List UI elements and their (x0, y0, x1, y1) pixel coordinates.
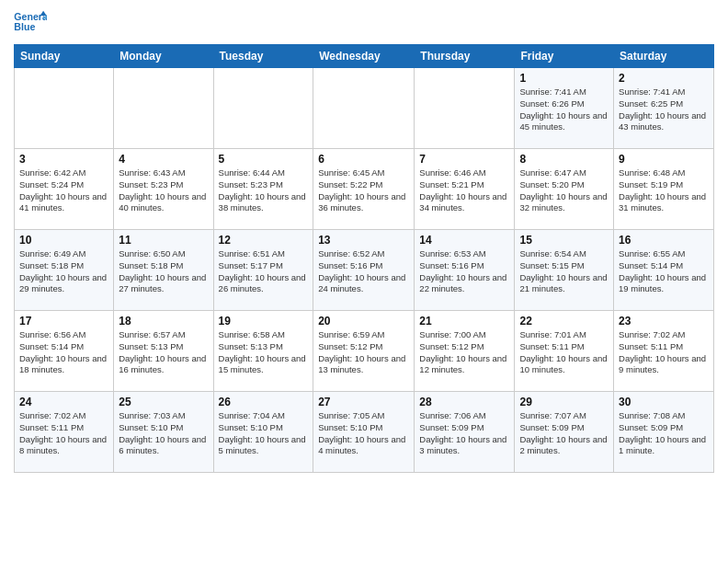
calendar-cell: 13Sunrise: 6:52 AM Sunset: 5:16 PM Dayli… (313, 230, 415, 311)
day-number: 24 (19, 396, 108, 408)
day-header-wednesday: Wednesday (313, 45, 415, 68)
cell-content: Sunrise: 6:48 AM Sunset: 5:19 PM Dayligh… (619, 167, 709, 214)
day-number: 23 (619, 315, 709, 327)
day-header-friday: Friday (515, 45, 614, 68)
day-header-sunday: Sunday (15, 45, 114, 68)
day-number: 14 (419, 234, 509, 247)
calendar-cell: 12Sunrise: 6:51 AM Sunset: 5:17 PM Dayli… (213, 230, 313, 311)
calendar-header: SundayMondayTuesdayWednesdayThursdayFrid… (15, 45, 714, 68)
cell-content: Sunrise: 7:41 AM Sunset: 6:25 PM Dayligh… (619, 86, 709, 133)
cell-content: Sunrise: 7:06 AM Sunset: 5:09 PM Dayligh… (419, 410, 509, 457)
cell-content: Sunrise: 6:43 AM Sunset: 5:23 PM Dayligh… (119, 167, 208, 214)
cell-content: Sunrise: 7:03 AM Sunset: 5:10 PM Dayligh… (119, 410, 208, 457)
calendar-cell (114, 68, 213, 149)
day-header-tuesday: Tuesday (213, 45, 313, 68)
calendar-cell: 2Sunrise: 7:41 AM Sunset: 6:25 PM Daylig… (614, 68, 714, 149)
cell-content: Sunrise: 7:01 AM Sunset: 5:11 PM Dayligh… (519, 329, 609, 376)
calendar-cell: 26Sunrise: 7:04 AM Sunset: 5:10 PM Dayli… (213, 392, 313, 473)
day-number: 30 (619, 396, 709, 408)
day-number: 11 (119, 234, 208, 247)
day-number: 18 (119, 315, 208, 327)
day-number: 5 (219, 153, 309, 166)
cell-content: Sunrise: 7:07 AM Sunset: 5:09 PM Dayligh… (519, 410, 609, 457)
day-header-saturday: Saturday (614, 45, 714, 68)
day-number: 7 (419, 153, 509, 166)
calendar-cell: 18Sunrise: 6:57 AM Sunset: 5:13 PM Dayli… (114, 311, 213, 392)
calendar-cell: 30Sunrise: 7:08 AM Sunset: 5:09 PM Dayli… (614, 392, 714, 473)
calendar-cell: 15Sunrise: 6:54 AM Sunset: 5:15 PM Dayli… (515, 230, 614, 311)
calendar-cell: 20Sunrise: 6:59 AM Sunset: 5:12 PM Dayli… (313, 311, 415, 392)
calendar-cell: 24Sunrise: 7:02 AM Sunset: 5:11 PM Dayli… (15, 392, 114, 473)
day-number: 17 (19, 315, 108, 327)
logo-icon: General Blue (14, 9, 47, 37)
page: General Blue SundayMondayTuesdayWednesda… (0, 0, 728, 482)
day-header-thursday: Thursday (415, 45, 515, 68)
calendar-cell (15, 68, 114, 149)
calendar-cell: 10Sunrise: 6:49 AM Sunset: 5:18 PM Dayli… (15, 230, 114, 311)
calendar-cell: 6Sunrise: 6:45 AM Sunset: 5:22 PM Daylig… (313, 149, 415, 230)
calendar: SundayMondayTuesdayWednesdayThursdayFrid… (14, 44, 714, 473)
cell-content: Sunrise: 7:04 AM Sunset: 5:10 PM Dayligh… (219, 410, 309, 457)
day-number: 3 (19, 153, 108, 166)
calendar-cell: 16Sunrise: 6:55 AM Sunset: 5:14 PM Dayli… (614, 230, 714, 311)
calendar-cell (213, 68, 313, 149)
day-number: 29 (519, 396, 609, 408)
day-number: 15 (519, 234, 609, 247)
day-number: 22 (519, 315, 609, 327)
day-header-monday: Monday (114, 45, 213, 68)
calendar-cell: 28Sunrise: 7:06 AM Sunset: 5:09 PM Dayli… (415, 392, 515, 473)
calendar-cell: 3Sunrise: 6:42 AM Sunset: 5:24 PM Daylig… (15, 149, 114, 230)
day-number: 9 (619, 153, 709, 166)
day-number: 1 (519, 72, 609, 85)
day-number: 12 (219, 234, 309, 247)
day-number: 2 (619, 72, 709, 85)
calendar-cell: 25Sunrise: 7:03 AM Sunset: 5:10 PM Dayli… (114, 392, 213, 473)
calendar-cell: 23Sunrise: 7:02 AM Sunset: 5:11 PM Dayli… (614, 311, 714, 392)
day-number: 4 (119, 153, 208, 166)
cell-content: Sunrise: 6:55 AM Sunset: 5:14 PM Dayligh… (619, 248, 709, 295)
calendar-cell: 9Sunrise: 6:48 AM Sunset: 5:19 PM Daylig… (614, 149, 714, 230)
day-number: 16 (619, 234, 709, 247)
cell-content: Sunrise: 6:53 AM Sunset: 5:16 PM Dayligh… (419, 248, 509, 295)
calendar-cell: 22Sunrise: 7:01 AM Sunset: 5:11 PM Dayli… (515, 311, 614, 392)
calendar-cell: 4Sunrise: 6:43 AM Sunset: 5:23 PM Daylig… (114, 149, 213, 230)
cell-content: Sunrise: 6:42 AM Sunset: 5:24 PM Dayligh… (19, 167, 108, 214)
day-number: 20 (318, 315, 409, 327)
day-number: 6 (318, 153, 409, 166)
cell-content: Sunrise: 6:50 AM Sunset: 5:18 PM Dayligh… (119, 248, 208, 295)
calendar-cell: 11Sunrise: 6:50 AM Sunset: 5:18 PM Dayli… (114, 230, 213, 311)
calendar-cell: 8Sunrise: 6:47 AM Sunset: 5:20 PM Daylig… (515, 149, 614, 230)
day-number: 21 (419, 315, 509, 327)
calendar-cell (313, 68, 415, 149)
calendar-cell (415, 68, 515, 149)
cell-content: Sunrise: 6:46 AM Sunset: 5:21 PM Dayligh… (419, 167, 509, 214)
day-number: 26 (219, 396, 309, 408)
cell-content: Sunrise: 6:52 AM Sunset: 5:16 PM Dayligh… (318, 248, 409, 295)
calendar-cell: 27Sunrise: 7:05 AM Sunset: 5:10 PM Dayli… (313, 392, 415, 473)
cell-content: Sunrise: 6:56 AM Sunset: 5:14 PM Dayligh… (19, 329, 108, 376)
day-number: 10 (19, 234, 108, 247)
cell-content: Sunrise: 6:57 AM Sunset: 5:13 PM Dayligh… (119, 329, 208, 376)
day-number: 19 (219, 315, 309, 327)
cell-content: Sunrise: 6:59 AM Sunset: 5:12 PM Dayligh… (318, 329, 409, 376)
header: General Blue (14, 9, 714, 37)
cell-content: Sunrise: 6:51 AM Sunset: 5:17 PM Dayligh… (219, 248, 309, 295)
calendar-cell: 1Sunrise: 7:41 AM Sunset: 6:26 PM Daylig… (515, 68, 614, 149)
svg-text:Blue: Blue (14, 21, 35, 32)
calendar-cell: 5Sunrise: 6:44 AM Sunset: 5:23 PM Daylig… (213, 149, 313, 230)
day-number: 28 (419, 396, 509, 408)
cell-content: Sunrise: 7:41 AM Sunset: 6:26 PM Dayligh… (519, 86, 609, 133)
cell-content: Sunrise: 7:02 AM Sunset: 5:11 PM Dayligh… (619, 329, 709, 376)
cell-content: Sunrise: 7:08 AM Sunset: 5:09 PM Dayligh… (619, 410, 709, 457)
logo: General Blue (14, 9, 47, 37)
calendar-cell: 29Sunrise: 7:07 AM Sunset: 5:09 PM Dayli… (515, 392, 614, 473)
cell-content: Sunrise: 7:00 AM Sunset: 5:12 PM Dayligh… (419, 329, 509, 376)
calendar-cell: 17Sunrise: 6:56 AM Sunset: 5:14 PM Dayli… (15, 311, 114, 392)
cell-content: Sunrise: 7:02 AM Sunset: 5:11 PM Dayligh… (19, 410, 108, 457)
day-number: 27 (318, 396, 409, 408)
cell-content: Sunrise: 7:05 AM Sunset: 5:10 PM Dayligh… (318, 410, 409, 457)
calendar-cell: 14Sunrise: 6:53 AM Sunset: 5:16 PM Dayli… (415, 230, 515, 311)
calendar-cell: 21Sunrise: 7:00 AM Sunset: 5:12 PM Dayli… (415, 311, 515, 392)
calendar-cell: 19Sunrise: 6:58 AM Sunset: 5:13 PM Dayli… (213, 311, 313, 392)
day-number: 13 (318, 234, 409, 247)
